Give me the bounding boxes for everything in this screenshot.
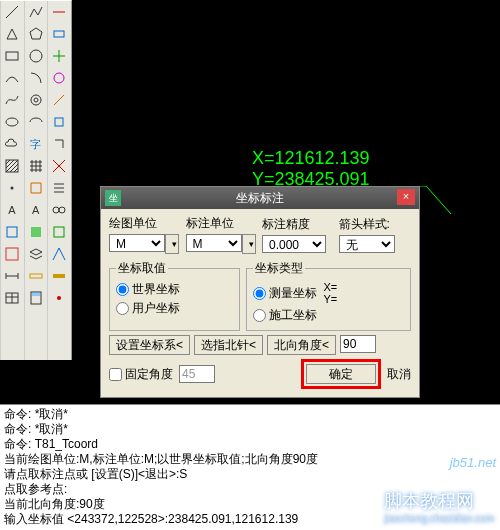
arc2-icon[interactable]: [25, 67, 47, 89]
arrow-select[interactable]: 无: [339, 235, 395, 253]
cmd-line: 请点取标注点或 [设置(S)]<退出>:S: [4, 467, 496, 482]
point-icon[interactable]: [1, 177, 23, 199]
svg-point-21: [57, 296, 61, 300]
watermark: 脚本教程网 jiaocheng.chazidian.com: [384, 489, 494, 524]
tool-11-icon[interactable]: [48, 221, 70, 243]
world-coord-radio[interactable]: 世界坐标: [116, 281, 233, 298]
toolbar-panel: A 字 A: [0, 0, 72, 360]
tool-09-icon[interactable]: [48, 177, 70, 199]
rect-icon[interactable]: [1, 45, 23, 67]
coordinate-annotation: X=121612.139 Y=238425.091: [252, 148, 370, 190]
survey-coord-radio[interactable]: 测量坐标X=Y=: [253, 281, 404, 305]
draw-unit-label: 绘图单位: [109, 215, 182, 232]
tool-10-icon[interactable]: [48, 199, 70, 221]
fixed-angle-check[interactable]: 固定角度: [109, 366, 173, 383]
coord-annotation-dialog: 坐 坐标标注 × 绘图单位 M▾ 标注单位 M▾ 标注精度 0.000 箭头样式…: [100, 186, 420, 398]
cmd-line: 命令: *取消*: [4, 407, 496, 422]
svg-rect-10: [31, 227, 41, 237]
svg-rect-19: [54, 227, 64, 237]
draw-unit-select[interactable]: M: [109, 234, 165, 252]
insert-icon[interactable]: [25, 221, 47, 243]
ok-highlight-box: 确定: [301, 359, 381, 389]
cmd-line: 命令: T81_Tcoord: [4, 437, 496, 452]
north-angle-input[interactable]: [340, 335, 376, 353]
svg-rect-13: [32, 293, 40, 296]
measure-icon[interactable]: [25, 265, 47, 287]
grid-icon[interactable]: [25, 155, 47, 177]
user-coord-radio[interactable]: 用户坐标: [116, 300, 233, 317]
svg-point-18: [59, 207, 65, 213]
cmd-line: 当前绘图单位:M,标注单位:M;以世界坐标取值;北向角度90度: [4, 452, 496, 467]
toolbar-col-2: 字 A: [24, 1, 48, 360]
calc-icon[interactable]: [25, 287, 47, 309]
tool-02-icon[interactable]: [48, 23, 70, 45]
survey-extra: X=Y=: [324, 281, 338, 305]
svg-point-17: [53, 207, 59, 213]
layer-icon[interactable]: [25, 243, 47, 265]
dialog-body: 绘图单位 M▾ 标注单位 M▾ 标注精度 0.000 箭头样式: 无 坐标取值 …: [101, 209, 419, 397]
donut-icon[interactable]: [25, 89, 47, 111]
ann-unit-step[interactable]: ▾: [242, 234, 256, 254]
dim-icon[interactable]: [1, 265, 23, 287]
svg-point-8: [31, 95, 41, 105]
ann-unit-label: 标注单位: [186, 215, 259, 232]
tool-06-icon[interactable]: [48, 111, 70, 133]
table-icon[interactable]: [1, 287, 23, 309]
triangle-icon[interactable]: [1, 23, 23, 45]
ok-button[interactable]: 确定: [306, 364, 376, 384]
tool-14-icon[interactable]: [48, 287, 70, 309]
text-zh-icon[interactable]: 字: [25, 133, 47, 155]
tool-01-icon[interactable]: [48, 1, 70, 23]
draw-unit-step[interactable]: ▾: [165, 234, 179, 254]
block-icon[interactable]: [1, 221, 23, 243]
svg-rect-0: [6, 52, 18, 60]
coord-source-legend: 坐标取值: [116, 260, 168, 277]
coord-x-text: X=121612.139: [252, 148, 370, 169]
tool-12-icon[interactable]: [48, 243, 70, 265]
watermark-main: 脚本教程网: [384, 491, 474, 511]
tool-07-icon[interactable]: [48, 133, 70, 155]
precision-label: 标注精度: [262, 216, 335, 233]
coord-source-group: 坐标取值 世界坐标 用户坐标: [109, 260, 240, 331]
fixed-angle-input: [179, 365, 215, 383]
tool-03-icon[interactable]: [48, 45, 70, 67]
hatch2-icon[interactable]: [1, 243, 23, 265]
tool-08-icon[interactable]: [48, 155, 70, 177]
tool-13-icon[interactable]: [48, 265, 70, 287]
line-icon[interactable]: [1, 1, 23, 23]
svg-rect-16: [55, 118, 63, 126]
polygon-icon[interactable]: [25, 23, 47, 45]
dialog-title-text: 坐标标注: [236, 190, 284, 207]
construct-coord-radio[interactable]: 施工坐标: [253, 307, 404, 324]
polyline-icon[interactable]: [25, 1, 47, 23]
mtext-icon[interactable]: A: [25, 199, 47, 221]
precision-select[interactable]: 0.000: [262, 235, 326, 253]
svg-rect-14: [54, 31, 64, 37]
dialog-titlebar[interactable]: 坐 坐标标注 ×: [101, 187, 419, 209]
pick-north-button[interactable]: 选指北针<: [194, 335, 263, 355]
cmd-line: 命令: *取消*: [4, 422, 496, 437]
svg-rect-5: [6, 248, 18, 260]
ellipse-icon[interactable]: [1, 111, 23, 133]
north-angle-button[interactable]: 北向角度<: [267, 335, 336, 355]
circle-icon[interactable]: [25, 45, 47, 67]
corner-watermark: jb51.net: [450, 455, 496, 470]
ellipse-arc-icon[interactable]: [25, 111, 47, 133]
cancel-button[interactable]: 取消: [387, 366, 411, 383]
set-cs-button[interactable]: 设置坐标系<: [109, 335, 190, 355]
coord-type-group: 坐标类型 测量坐标X=Y= 施工坐标: [246, 260, 411, 331]
spline-icon[interactable]: [1, 89, 23, 111]
close-icon[interactable]: ×: [397, 189, 415, 205]
watermark-sub: jiaocheng.chazidian.com: [384, 513, 494, 524]
arc-icon[interactable]: [1, 67, 23, 89]
dialog-icon: 坐: [105, 190, 121, 206]
cloud-icon[interactable]: [1, 133, 23, 155]
ann-unit-select[interactable]: M: [186, 234, 242, 252]
text-icon[interactable]: A: [1, 199, 23, 221]
tool-05-icon[interactable]: [48, 89, 70, 111]
svg-point-9: [34, 98, 38, 102]
toolbar-col-1: A: [0, 1, 24, 360]
tool-04-icon[interactable]: [48, 67, 70, 89]
hatch-icon[interactable]: [1, 155, 23, 177]
region-icon[interactable]: [25, 177, 47, 199]
